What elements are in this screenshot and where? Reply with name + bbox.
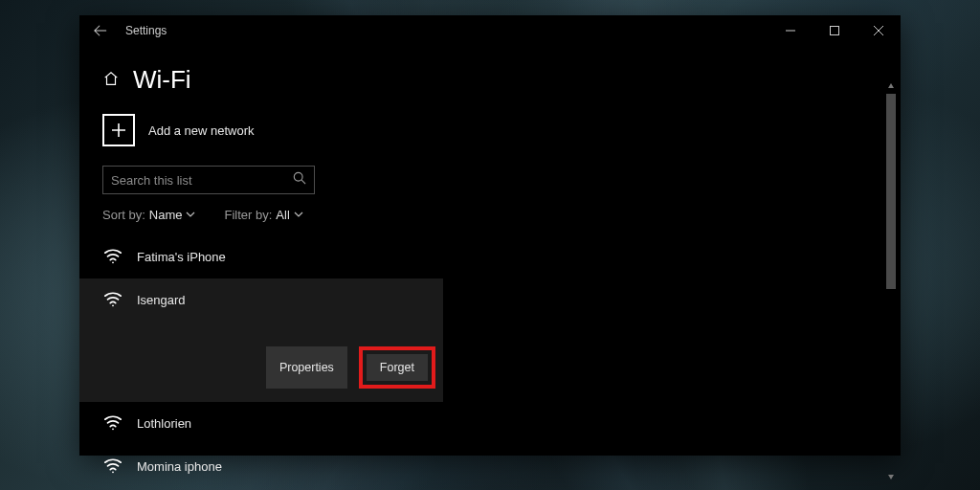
network-list: Fatima's iPhone Isengard Properties Forg… bbox=[79, 235, 443, 488]
search-icon bbox=[293, 171, 306, 189]
filter-bar: Sort by: Name Filter by: All bbox=[102, 208, 878, 222]
home-icon[interactable] bbox=[102, 70, 120, 91]
wifi-icon bbox=[102, 412, 123, 435]
network-name: Fatima's iPhone bbox=[137, 250, 226, 264]
titlebar: Settings bbox=[79, 15, 901, 46]
minimize-button[interactable] bbox=[768, 15, 813, 46]
settings-window: Settings Wi-Fi bbox=[79, 15, 901, 456]
chevron-down-icon bbox=[294, 208, 303, 222]
window-title: Settings bbox=[125, 24, 167, 37]
sort-value: Name bbox=[149, 208, 183, 222]
sort-label: Sort by: bbox=[102, 208, 145, 222]
filter-by-dropdown[interactable]: Filter by: All bbox=[224, 208, 302, 222]
window-controls bbox=[768, 15, 901, 46]
network-item[interactable]: Momina iphone bbox=[79, 445, 443, 488]
plus-icon bbox=[102, 114, 135, 146]
close-button[interactable] bbox=[857, 15, 901, 46]
add-network-button[interactable]: Add a new network bbox=[102, 114, 878, 146]
filter-label: Filter by: bbox=[224, 208, 272, 222]
network-name: Momina iphone bbox=[137, 459, 222, 474]
svg-point-1 bbox=[294, 172, 302, 181]
svg-point-5 bbox=[112, 471, 114, 473]
svg-point-3 bbox=[112, 304, 114, 306]
maximize-button[interactable] bbox=[813, 15, 857, 46]
page-header: Wi-Fi bbox=[102, 65, 878, 95]
scrollbar-thumb[interactable] bbox=[886, 94, 896, 289]
search-box[interactable] bbox=[102, 166, 315, 194]
svg-point-2 bbox=[112, 261, 114, 263]
network-item[interactable]: Lothlorien bbox=[79, 402, 443, 445]
network-actions: Properties Forget bbox=[102, 346, 443, 389]
scroll-down-arrow-icon[interactable] bbox=[883, 469, 899, 484]
wifi-icon bbox=[102, 288, 123, 312]
svg-rect-0 bbox=[831, 27, 839, 35]
scroll-up-arrow-icon[interactable] bbox=[883, 78, 899, 94]
content-area: Wi-Fi Add a new network Sort by: Name bbox=[79, 46, 901, 488]
filter-value: All bbox=[276, 208, 289, 222]
network-item[interactable]: Fatima's iPhone bbox=[79, 235, 443, 278]
annotation-highlight: Forget bbox=[359, 346, 435, 389]
wifi-icon bbox=[102, 245, 123, 269]
properties-button[interactable]: Properties bbox=[266, 346, 347, 389]
network-name: Lothlorien bbox=[137, 416, 191, 431]
forget-button[interactable]: Forget bbox=[367, 354, 428, 381]
sort-by-dropdown[interactable]: Sort by: Name bbox=[102, 208, 195, 222]
scrollbar-track[interactable] bbox=[883, 94, 899, 469]
network-name: Isengard bbox=[137, 293, 186, 307]
scrollbar[interactable] bbox=[883, 78, 899, 484]
network-item-selected[interactable]: Isengard Properties Forget bbox=[79, 278, 443, 402]
back-button[interactable] bbox=[79, 15, 122, 46]
add-network-label: Add a new network bbox=[148, 123, 255, 138]
main-panel: Wi-Fi Add a new network Sort by: Name bbox=[79, 46, 901, 488]
page-title: Wi-Fi bbox=[133, 65, 191, 95]
svg-point-4 bbox=[112, 428, 114, 430]
chevron-down-icon bbox=[186, 208, 195, 222]
search-input[interactable] bbox=[111, 173, 293, 188]
wifi-icon bbox=[102, 455, 123, 479]
